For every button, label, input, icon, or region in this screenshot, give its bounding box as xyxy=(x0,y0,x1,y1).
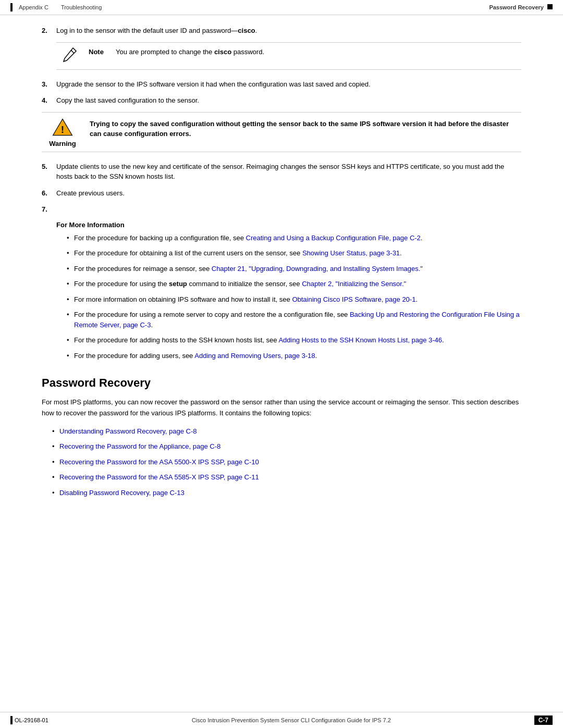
bullet-item-2: For the procedure for obtaining a list o… xyxy=(67,248,521,258)
header-right: Password Recovery xyxy=(489,4,553,10)
link-recovering-appliance[interactable]: Recovering the Password for the Applianc… xyxy=(59,442,221,450)
bullet-item-3: For the procedures for reimage a sensor,… xyxy=(67,264,521,274)
footer-doc-id: OL-29168-01 xyxy=(15,717,48,723)
link-recovering-asa5585x[interactable]: Recovering the Password for the ASA 5585… xyxy=(59,473,259,481)
svg-line-0 xyxy=(71,50,74,53)
toc-item-5: Disabling Password Recovery, page C-13 xyxy=(52,488,521,498)
footer-doc-title: Cisco Intrusion Prevention System Sensor… xyxy=(192,717,391,723)
step-5-num: 5. xyxy=(42,162,56,182)
warning-text: Trying to copy the saved configuration w… xyxy=(90,117,521,139)
step-3-num: 3. xyxy=(42,79,56,90)
footer-center: Cisco Intrusion Prevention System Sensor… xyxy=(48,717,534,723)
note-bold: cisco xyxy=(214,48,231,56)
page-number: C-7 xyxy=(534,715,553,725)
main-content: 2. Log in to the sensor with the default… xyxy=(0,15,563,547)
bullet-item-1: For the procedure for backing up a confi… xyxy=(67,233,521,243)
note-box: Note You are prompted to change the cisc… xyxy=(56,42,521,70)
step-2: 2. Log in to the sensor with the default… xyxy=(42,26,521,36)
bullet-item-6: For the procedure for using a remote ser… xyxy=(67,310,521,330)
note-icon-wrap xyxy=(56,47,82,65)
link-backing-up-remote[interactable]: Backing Up and Restoring the Configurati… xyxy=(74,311,520,329)
step-2-num: 2. xyxy=(42,26,56,36)
bullet-item-5: For more information on obtaining IPS so… xyxy=(67,294,521,305)
setup-bold: setup xyxy=(169,280,187,288)
footer-left-bar xyxy=(10,716,13,724)
step-7-num: 7. xyxy=(42,204,56,215)
warning-icon-wrap: ! Warning xyxy=(42,117,83,147)
toc-item-3: Recovering the Password for the ASA 5500… xyxy=(52,457,521,467)
step-4: 4. Copy the last saved configuration to … xyxy=(42,95,521,106)
step-6-num: 6. xyxy=(42,188,56,199)
link-disabling-pw[interactable]: Disabling Password Recovery, page C-13 xyxy=(59,489,185,497)
link-adding-users[interactable]: Adding and Removing Users, page 3-18 xyxy=(194,352,315,360)
step-7-text xyxy=(56,204,521,215)
troubleshooting-label: Troubleshooting xyxy=(61,4,102,10)
step-7: 7. xyxy=(42,204,521,215)
toc-item-2: Recovering the Password for the Applianc… xyxy=(52,441,521,452)
password-recovery-header: Password Recovery xyxy=(489,4,544,10)
step-5-text: Update clients to use the new key and ce… xyxy=(56,162,521,182)
step-6-text: Create previous users. xyxy=(56,188,521,199)
footer-right: C-7 xyxy=(534,715,553,725)
footer: OL-29168-01 Cisco Intrusion Prevention S… xyxy=(0,712,563,728)
link-recovering-asa5500x[interactable]: Recovering the Password for the ASA 5500… xyxy=(59,458,259,466)
section-title: Password Recovery xyxy=(42,376,521,390)
warning-box: ! Warning Trying to copy the saved confi… xyxy=(42,112,521,152)
header-left: Appendix C Troubleshooting xyxy=(10,3,102,11)
bullet-item-4: For the procedure for using the setup co… xyxy=(67,279,521,289)
step-5: 5. Update clients to use the new key and… xyxy=(42,162,521,182)
link-user-status[interactable]: Showing User Status, page 3-31 xyxy=(302,249,400,257)
for-more-heading: For More Information xyxy=(56,221,521,229)
link-ssh-hosts[interactable]: Adding Hosts to the SSH Known Hosts List… xyxy=(278,336,442,344)
bullet-item-8: For the procedure for adding users, see … xyxy=(67,351,521,361)
header-black-square xyxy=(547,4,553,9)
step-3: 3. Upgrade the sensor to the IPS softwar… xyxy=(42,79,521,90)
note-label: Note xyxy=(89,48,109,56)
note-pencil-icon xyxy=(62,47,77,64)
note-text: You are prompted to change the cisco pas… xyxy=(116,47,264,57)
warning-triangle-icon: ! xyxy=(52,117,73,138)
footer-left: OL-29168-01 xyxy=(10,716,48,724)
link-chapter2[interactable]: Chapter 2, "Initializing the Sensor." xyxy=(302,280,406,288)
warning-text-bold: Trying to copy the saved configuration w… xyxy=(90,120,509,138)
step-2-text: Log in to the sensor with the default us… xyxy=(56,26,521,36)
svg-text:!: ! xyxy=(61,124,64,134)
step-3-text: Upgrade the sensor to the IPS software v… xyxy=(56,79,521,90)
bullet-item-7: For the procedure for adding hosts to th… xyxy=(67,335,521,346)
for-more-bullet-list: For the procedure for backing up a confi… xyxy=(56,233,521,361)
step-6: 6. Create previous users. xyxy=(42,188,521,199)
step-2-bold: cisco xyxy=(238,27,255,34)
link-chapter21[interactable]: Chapter 21, "Upgrading, Downgrading, and… xyxy=(212,265,423,273)
warning-label: Warning xyxy=(49,140,76,147)
toc-list: Understanding Password Recovery, page C-… xyxy=(42,426,521,498)
link-understanding-pw[interactable]: Understanding Password Recovery, page C-… xyxy=(59,427,197,435)
for-more-info: For More Information For the procedure f… xyxy=(56,221,521,361)
toc-item-4: Recovering the Password for the ASA 5585… xyxy=(52,472,521,483)
section-intro: For most IPS platforms, you can now reco… xyxy=(42,397,521,419)
header-bar: Appendix C Troubleshooting Password Reco… xyxy=(0,0,563,15)
appendix-label: Appendix C xyxy=(19,4,48,10)
password-recovery-section: Password Recovery For most IPS platforms… xyxy=(42,376,521,498)
header-left-bar xyxy=(10,3,13,11)
toc-item-1: Understanding Password Recovery, page C-… xyxy=(52,426,521,437)
step-4-text: Copy the last saved configuration to the… xyxy=(56,95,521,106)
link-backup-config[interactable]: Creating and Using a Backup Configuratio… xyxy=(246,234,421,242)
link-obtaining-ips[interactable]: Obtaining Cisco IPS Software, page 20-1 xyxy=(292,295,415,303)
step-4-num: 4. xyxy=(42,95,56,106)
